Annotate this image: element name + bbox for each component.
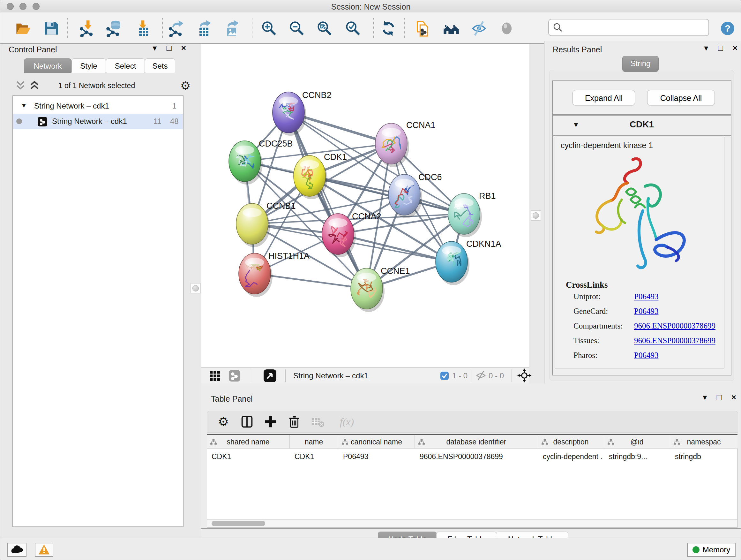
selected-checkbox[interactable] (440, 371, 449, 381)
show-columns-button[interactable] (239, 414, 255, 430)
warnings-button[interactable] (35, 543, 53, 557)
main-toolbar: ? (0, 12, 741, 44)
network-node-CDC6[interactable]: CDC6 (388, 172, 442, 218)
column-type-icon (210, 439, 217, 446)
refresh-button[interactable] (380, 19, 397, 37)
results-panel-menu-button[interactable]: ▾ (704, 44, 708, 52)
column-header-shared-name[interactable]: shared name (207, 435, 290, 448)
network-row-selected[interactable]: String Network – cdk1 11 48 (13, 114, 183, 129)
delete-column-button[interactable] (286, 414, 302, 430)
crosslink-link[interactable]: 9606.ENSP00000378699 (634, 336, 716, 345)
results-buttons-box: Expand All Collapse All (552, 80, 731, 115)
table-body: CDK1 CDK1 P06493 9606.ENSP00000378699 cy… (207, 449, 738, 519)
network-edge-CCNB2-CCNE1[interactable] (288, 112, 367, 289)
network-edge-count: 48 (170, 117, 179, 126)
zoom-selected-button[interactable] (344, 19, 361, 37)
column-header-namespace[interactable]: namespac (670, 435, 738, 448)
table-panel-close-button[interactable]: × (731, 393, 736, 401)
crosslink-label: Uniprot: (574, 292, 601, 301)
tab-string-results[interactable]: String (622, 56, 659, 72)
network-collection-row[interactable]: ▼ String Network – cdk1 1 (13, 99, 183, 114)
node-result-name: CDK1 (553, 119, 731, 130)
hide-results-button[interactable] (470, 19, 488, 37)
table-panel-float-button[interactable]: □ (717, 393, 722, 401)
crosslink-link[interactable]: P06493 (634, 351, 658, 360)
network-node-RB1[interactable]: RB1 (448, 191, 496, 237)
crosslink-link[interactable]: P06493 (634, 307, 658, 316)
save-session-button[interactable] (43, 19, 60, 37)
column-header-id[interactable]: @id (604, 435, 670, 448)
cloud-status-button[interactable] (7, 543, 26, 557)
fit-content-button[interactable] (315, 19, 333, 37)
grid-view-button[interactable] (207, 369, 221, 382)
results-panel-float-button[interactable]: □ (718, 44, 723, 52)
column-header-name[interactable]: name (290, 435, 338, 448)
delete-table-button (310, 414, 326, 430)
node-result-header[interactable]: ▼ CDK1 (553, 116, 731, 136)
node-result-box: ▼ CDK1 cyclin-dependent kinase 1 CrossLi… (552, 115, 731, 375)
show-results-button[interactable] (498, 19, 516, 37)
import-network-database-button[interactable] (105, 19, 123, 37)
results-panel: Results Panel ▾ □ × String Expand All Co… (544, 41, 741, 384)
tab-style[interactable]: Style (71, 58, 106, 74)
left-splitter-handle[interactable] (191, 283, 201, 294)
table-panel: Table Panel ▾ □ × ⚙ f(x) (201, 384, 741, 538)
import-table-file-button[interactable] (134, 19, 152, 37)
control-panel-close-button[interactable]: × (181, 44, 186, 52)
warning-icon (38, 544, 51, 555)
expand-all-button[interactable]: Expand All (572, 90, 635, 105)
network-node-CCNB2[interactable]: CCNB2 (273, 90, 332, 136)
column-header-description[interactable]: description (538, 435, 604, 448)
right-splitter-handle[interactable] (531, 210, 541, 221)
tab-select[interactable]: Select (106, 58, 145, 74)
birdseye-navigator-button[interactable] (515, 368, 530, 383)
help-button[interactable]: ? (719, 20, 736, 37)
export-image-button[interactable] (223, 19, 241, 37)
tab-network[interactable]: Network (24, 58, 71, 74)
network-node-HIST1H1A[interactable]: HIST1H1A (239, 251, 310, 297)
export-network-file-button[interactable] (167, 19, 185, 37)
left-splitter[interactable] (189, 43, 201, 367)
network-node-CCNB1[interactable]: CCNB1 (236, 201, 296, 247)
network-node-CDK1[interactable]: CDK1 (293, 152, 347, 199)
control-panel-title: Control Panel (9, 45, 57, 54)
table-panel-menu-button[interactable]: ▾ (703, 393, 707, 401)
table-horizontal-scrollbar[interactable] (207, 519, 738, 528)
cell-canonical-name: P06493 (343, 451, 413, 462)
toolbar-separator (162, 18, 163, 38)
zoom-out-button[interactable] (287, 19, 306, 37)
control-panel-float-button[interactable]: □ (166, 44, 172, 52)
open-in-window-button[interactable] (261, 369, 276, 383)
network-canvas[interactable]: CCNB2CCNA1CDC25BCDK1CDC6RB1CCNB1CCNA2CDK… (201, 44, 529, 367)
collapse-all-button[interactable]: Collapse All (647, 90, 715, 105)
string-home-button[interactable] (442, 19, 460, 37)
table-options-gear-button[interactable]: ⚙ (215, 414, 231, 430)
network-node-CCNE1[interactable]: CCNE1 (351, 266, 410, 312)
column-header-database-identifier[interactable]: database identifier (415, 435, 538, 448)
table-toolbar: ⚙ f(x) (207, 411, 738, 433)
network-node-CCNA1[interactable]: CCNA1 (375, 120, 435, 167)
collection-expander-icon[interactable]: ▼ (21, 102, 27, 109)
column-header-canonical-name[interactable]: canonical name (338, 435, 415, 448)
tab-sets[interactable]: Sets (145, 58, 175, 74)
import-network-file-button[interactable] (78, 19, 96, 37)
results-panel-close-button[interactable]: × (733, 44, 738, 52)
crosslink-link[interactable]: P06493 (634, 292, 658, 301)
crosshair-icon (517, 368, 531, 382)
zoom-in-button[interactable] (260, 19, 278, 37)
network-state-dot-icon (16, 118, 22, 124)
right-splitter[interactable] (529, 43, 544, 367)
toolbar-separator (252, 18, 253, 38)
search-input[interactable] (565, 21, 704, 34)
import-string-network-button[interactable] (414, 19, 432, 37)
scrollbar-thumb[interactable] (212, 521, 265, 526)
create-column-button[interactable] (263, 414, 279, 430)
crosslink-link[interactable]: 9606.ENSP00000378699 (634, 321, 716, 330)
memory-button[interactable]: Memory (687, 543, 736, 557)
network-node-CDKN1A[interactable]: CDKN1A (435, 239, 501, 285)
control-panel-menu-button[interactable]: ▾ (152, 44, 157, 52)
open-session-button[interactable] (14, 19, 32, 37)
network-view-string-button[interactable] (226, 369, 240, 382)
export-table-file-button[interactable] (195, 19, 213, 37)
memory-status-dot-icon (692, 546, 699, 553)
